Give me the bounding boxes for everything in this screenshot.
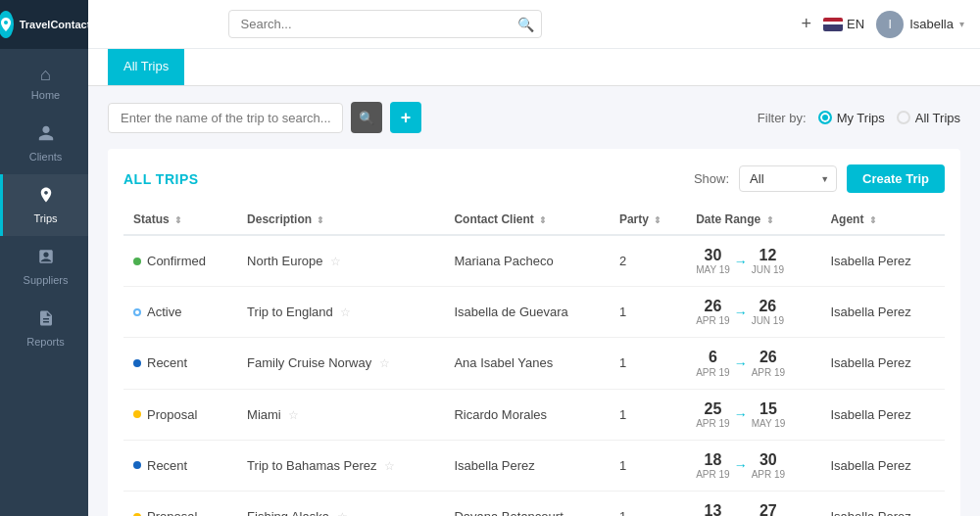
status-dot: [133, 410, 141, 418]
table-row[interactable]: Active Trip to England ☆ Isabella de Gue…: [123, 287, 945, 338]
cell-contact: Mariana Pacheco: [444, 235, 609, 287]
table-row[interactable]: Proposal Miami ☆ Ricardo Morales 1 25 AP…: [123, 389, 945, 440]
section-header: ALL TRIPS Show: All Confirmed Active Rec…: [123, 164, 945, 193]
trip-search-button[interactable]: 🔍: [351, 102, 382, 133]
reports-icon: [37, 309, 55, 332]
my-trips-radio[interactable]: [818, 111, 832, 124]
table-row[interactable]: Recent Trip to Bahamas Perez ☆ Isabella …: [123, 440, 945, 491]
col-party: Party ⇕: [610, 205, 686, 235]
filter-all-trips[interactable]: All Trips: [897, 111, 960, 125]
status-dot: [133, 308, 141, 316]
star-icon[interactable]: ☆: [288, 408, 299, 422]
date-end-num: 12: [760, 246, 777, 264]
cell-party: 1: [610, 491, 686, 516]
sidebar-item-reports[interactable]: Reports: [0, 298, 88, 359]
cell-agent: Isabella Perez: [820, 235, 945, 287]
cell-description: Trip to Bahamas Perez ☆: [237, 440, 444, 491]
sort-icon: ⇕: [654, 215, 662, 225]
cell-party: 2: [610, 235, 686, 287]
star-icon[interactable]: ☆: [384, 459, 395, 473]
sidebar-label-home: Home: [31, 89, 60, 101]
suppliers-icon: [37, 248, 55, 270]
sidebar-nav: ⌂ Home Clients Trips: [0, 53, 88, 359]
cell-date: 6 APR 19 → 26 APR 19: [686, 338, 820, 389]
table-row[interactable]: Confirmed North Europe ☆ Mariana Pacheco…: [123, 235, 945, 287]
trip-search-input[interactable]: [108, 103, 343, 133]
cell-status: Confirmed: [123, 235, 237, 287]
sidebar-label-clients: Clients: [29, 151, 63, 163]
cell-description: Fishing Alaska ☆: [237, 491, 444, 516]
sidebar-label-reports: Reports: [26, 336, 65, 348]
clients-icon: [37, 124, 55, 147]
table-row[interactable]: Proposal Fishing Alaska ☆ Dayana Betanco…: [123, 491, 945, 516]
date-start-num: 30: [705, 246, 722, 264]
sort-icon: ⇕: [869, 215, 877, 225]
cell-date: 30 MAY 19 → 12 JUN 19: [686, 235, 820, 287]
app-container: TravelContact ⌂ Home Clients: [0, 0, 980, 516]
sort-icon: ⇕: [174, 215, 182, 225]
date-end-sub: APR 19: [752, 469, 785, 481]
arrow-right-icon: →: [734, 509, 748, 516]
user-menu[interactable]: I Isabella ▾: [876, 11, 964, 38]
sidebar-item-home[interactable]: ⌂ Home: [0, 53, 88, 113]
avatar: I: [876, 11, 904, 38]
home-icon: ⌂: [40, 65, 51, 85]
arrow-right-icon: →: [734, 254, 748, 269]
star-icon[interactable]: ☆: [379, 356, 390, 370]
global-search-input[interactable]: [228, 10, 542, 38]
trips-content: 🔍 + Filter by: My Trips: [88, 86, 980, 516]
cell-party: 1: [610, 338, 686, 389]
date-end-sub: APR 19: [752, 367, 785, 379]
cell-contact: Ana Isabel Yanes: [444, 338, 609, 389]
sidebar-label-trips: Trips: [33, 212, 57, 224]
topbar-search-area: 🔍: [228, 10, 542, 38]
sidebar-item-clients[interactable]: Clients: [0, 113, 88, 174]
topbar-right: + EN I Isabella ▾: [802, 11, 964, 38]
status-dot: [133, 258, 141, 265]
date-start-num: 13: [705, 501, 722, 516]
cell-description: Trip to England ☆: [237, 287, 444, 338]
cell-description: North Europe ☆: [237, 235, 444, 287]
add-trip-button[interactable]: +: [390, 102, 421, 133]
logo-area: TravelContact: [0, 0, 88, 49]
tab-all-trips[interactable]: All Trips: [108, 49, 184, 85]
logo-icon: [0, 11, 14, 38]
global-search-icon: 🔍: [517, 17, 534, 32]
col-contact: Contact Client ⇕: [444, 205, 609, 235]
cell-agent: Isabella Perez: [820, 491, 945, 516]
cell-date: 26 APR 19 → 26 JUN 19: [686, 287, 820, 338]
language-selector[interactable]: EN: [823, 17, 864, 31]
all-trips-label: All Trips: [915, 111, 960, 125]
filter-my-trips[interactable]: My Trips: [818, 111, 885, 125]
cell-party: 1: [610, 287, 686, 338]
date-end-num: 27: [760, 501, 777, 516]
col-status: Status ⇕: [123, 205, 237, 235]
star-icon[interactable]: ☆: [340, 305, 351, 319]
topbar: 🔍 + EN I Isabella ▾: [88, 0, 980, 49]
all-trips-radio[interactable]: [897, 111, 910, 124]
cell-agent: Isabella Perez: [820, 287, 945, 338]
table-row[interactable]: Recent Family Cruise Norway ☆ Ana Isabel…: [123, 338, 945, 389]
sort-icon: ⇕: [539, 215, 547, 225]
cell-date: 18 APR 19 → 30 APR 19: [686, 440, 820, 491]
sort-icon: ⇕: [317, 215, 324, 225]
trips-icon: [37, 186, 55, 209]
cell-status: Proposal: [123, 389, 237, 440]
status-dot: [133, 359, 141, 367]
date-end-num: 26: [759, 297, 776, 315]
main-area: 🔍 + EN I Isabella ▾ All Trips: [88, 0, 980, 516]
cell-description: Family Cruise Norway ☆: [237, 338, 444, 389]
col-description: Description ⇕: [237, 205, 444, 235]
trips-tbody: Confirmed North Europe ☆ Mariana Pacheco…: [123, 235, 945, 516]
sidebar-item-suppliers[interactable]: Suppliers: [0, 236, 88, 298]
show-select[interactable]: All Confirmed Active Recent Proposal: [739, 165, 837, 192]
flag-icon: [823, 18, 843, 31]
show-area: Show: All Confirmed Active Recent Propos…: [694, 164, 945, 193]
star-icon[interactable]: ☆: [330, 255, 341, 268]
sidebar: TravelContact ⌂ Home Clients: [0, 0, 88, 516]
star-icon[interactable]: ☆: [337, 510, 348, 516]
create-trip-button[interactable]: Create Trip: [847, 164, 945, 193]
add-global-button[interactable]: +: [802, 14, 812, 34]
sidebar-item-trips[interactable]: Trips: [0, 174, 88, 236]
col-date: Date Range ⇕: [686, 205, 820, 235]
